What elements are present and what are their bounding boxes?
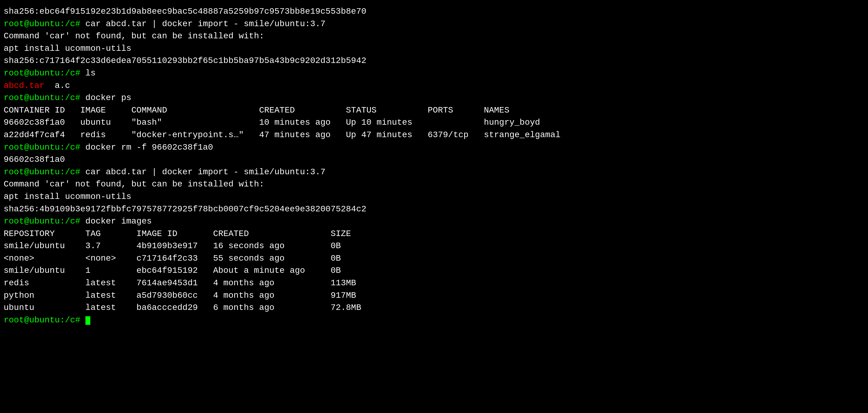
prompt: root@ubuntu:/c#	[4, 216, 86, 226]
terminal-line: apt install ucommon-utils	[4, 191, 864, 203]
terminal-line: CONTAINER ID IMAGE COMMAND CREATED STATU…	[4, 104, 864, 117]
terminal-line: REPOSITORY TAG IMAGE ID CREATED SIZE	[4, 228, 864, 240]
terminal-line: abcd.tar a.c	[4, 80, 864, 92]
terminal-line: smile/ubuntu 1 ebc64f915192 About a minu…	[4, 265, 864, 277]
terminal-line: Command 'car' not found, but can be inst…	[4, 30, 864, 42]
terminal-line: root@ubuntu:/c# docker rm -f 96602c38f1a…	[4, 141, 864, 154]
terminal-line: ubuntu latest ba6acccedd29 6 months ago …	[4, 302, 864, 314]
ls-white-file: a.c	[44, 81, 70, 90]
terminal-line: root@ubuntu:/c#	[4, 314, 864, 327]
terminal-line: 96602c38f1a0	[4, 154, 864, 166]
terminal-line: sha256:c717164f2c33d6edea7055110293bb2f6…	[4, 55, 864, 67]
terminal-line: root@ubuntu:/c# docker images	[4, 215, 864, 228]
terminal-line: apt install ucommon-utils	[4, 42, 864, 55]
prompt: root@ubuntu:/c#	[4, 143, 86, 152]
terminal-line: root@ubuntu:/c# ls	[4, 67, 864, 80]
terminal-line: sha256:ebc64f915192e23b1d9ab8eec9bac5c48…	[4, 5, 864, 18]
terminal-line: a22dd4f7caf4 redis "docker-entrypoint.s……	[4, 129, 864, 141]
terminal-line: sha256:4b9109b3e9172fbbfc797578772925f78…	[4, 203, 864, 216]
terminal-line: Command 'car' not found, but can be inst…	[4, 178, 864, 191]
terminal-line: root@ubuntu:/c# docker ps	[4, 92, 864, 104]
prompt: root@ubuntu:/c#	[4, 167, 86, 177]
terminal: sha256:ebc64f915192e23b1d9ab8eec9bac5c48…	[4, 5, 864, 326]
command-text: car abcd.tar | docker import - smile/ubu…	[86, 167, 326, 177]
terminal-line: python latest a5d7930b60cc 4 months ago …	[4, 290, 864, 302]
command-text: docker ps	[86, 93, 131, 102]
prompt: root@ubuntu:/c#	[4, 315, 86, 325]
prompt: root@ubuntu:/c#	[4, 68, 86, 78]
terminal-line: redis latest 7614ae9453d1 4 months ago 1…	[4, 277, 864, 290]
prompt: root@ubuntu:/c#	[4, 19, 86, 29]
prompt: root@ubuntu:/c#	[4, 93, 86, 102]
command-text: docker rm -f 96602c38f1a0	[86, 143, 213, 152]
terminal-line: root@ubuntu:/c# car abcd.tar | docker im…	[4, 166, 864, 179]
command-text: docker images	[86, 216, 152, 226]
terminal-line: root@ubuntu:/c# car abcd.tar | docker im…	[4, 18, 864, 30]
terminal-cursor	[86, 316, 90, 325]
command-text: ls	[86, 68, 96, 78]
terminal-line: smile/ubuntu 3.7 4b9109b3e917 16 seconds…	[4, 240, 864, 253]
terminal-line: 96602c38f1a0 ubuntu "bash" 10 minutes ag…	[4, 116, 864, 129]
terminal-line: <none> <none> c717164f2c33 55 seconds ag…	[4, 253, 864, 265]
ls-red-file: abcd.tar	[4, 81, 44, 90]
command-text: car abcd.tar | docker import - smile/ubu…	[86, 19, 326, 29]
